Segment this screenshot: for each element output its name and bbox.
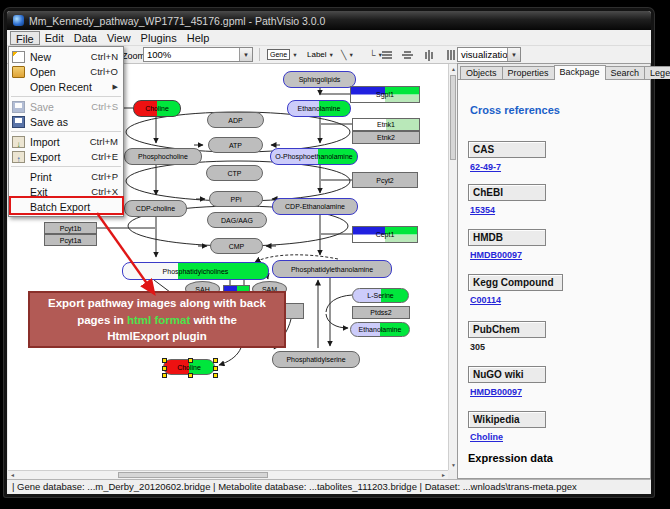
selection-handle[interactable] [213,366,218,371]
distribute-vertical-button[interactable] [379,48,395,62]
tab-objects[interactable]: Objects [460,66,503,79]
pathway-node-phosphatidylethanolamine[interactable]: Phosphatidylethanolamine [272,260,392,278]
pathway-node-atp[interactable]: ATP [208,137,263,153]
expression-data-heading: Expression data [468,452,553,464]
pathway-node-pcyt1b[interactable]: Pcyt1b [44,222,97,234]
node-label: Etnk1 [377,121,395,128]
node-label: Etnk2 [377,134,395,141]
menubar-item-view[interactable]: View [102,31,136,45]
pathway-node-adp[interactable]: ADP [207,112,264,128]
node-label: PPi [231,196,242,203]
label-tool-button[interactable]: Label ▼ [305,47,336,62]
scroll-up-icon[interactable]: ▲ [451,65,456,73]
menubar-item-file[interactable]: File [10,31,40,45]
menu-item-open-recent[interactable]: Open Recent▶ [9,79,123,94]
titlebar[interactable]: Mm_Kennedy_pathway_WP1771_45176.gpml - P… [7,11,651,30]
side-panel: ObjectsPropertiesBackpageSearchLegend Cr… [457,63,651,479]
selection-handle[interactable] [162,366,167,371]
menu-item-print[interactable]: PrintCtrl+P [9,169,123,184]
pathway-node-ethanolamine[interactable]: Ethanolamine [287,100,351,117]
chevron-down-icon[interactable]: ▼ [292,52,297,58]
crossref-value-wikipedia[interactable]: Choline [470,432,503,442]
zoom-dropdown-arrow-icon[interactable]: ▼ [239,48,252,61]
align-middle-button[interactable] [421,48,437,62]
pathway-node-sgpl1[interactable]: Sgpl1 [350,86,420,103]
pathway-node-ctp[interactable]: CTP [206,165,263,181]
tab-legend[interactable]: Legend [644,66,670,79]
selection-handle[interactable] [213,358,218,363]
pathway-node-pcyt1a[interactable]: Pcyt1a [44,234,97,246]
node-label: CMP [229,243,245,250]
align-center-button[interactable] [399,48,415,62]
save-icon [12,101,25,113]
menu-item-save-as[interactable]: Save as [9,114,123,129]
node-label: Sphingolipids [299,76,341,83]
pathway-node-choline[interactable]: Choline [163,359,215,375]
node-label: Phosphatidylserine [286,356,345,363]
canvas-vertical-scrollbar[interactable]: ▲ ▼ [448,64,457,470]
crossref-value-cas[interactable]: 62-49-7 [470,162,501,172]
selection-handle[interactable] [162,373,167,378]
menu-separator [11,131,121,132]
pathway-node-l-serine[interactable]: L-Serine [352,288,409,303]
crossref-value-hmdb[interactable]: HMDB00097 [470,250,522,260]
visualization-dropdown-arrow-icon[interactable]: ▼ [507,48,520,61]
menu-item-save[interactable]: SaveCtrl+S [9,99,123,114]
pathway-node-choline[interactable]: Choline [133,100,181,117]
menu-item-label: New [30,51,85,63]
tab-search[interactable]: Search [605,66,646,79]
menu-item-shortcut: Ctrl+M [90,136,118,147]
pathway-node-pcyt2[interactable]: Pcyt2 [352,172,418,188]
crossref-value-kegg-compound[interactable]: C00114 [470,295,501,305]
node-label: ATP [229,142,242,149]
pathway-node-cmp[interactable]: CMP [210,238,263,254]
pathway-node-ethanolamine[interactable]: Ethanolamine [350,322,410,337]
pathway-node-ppi[interactable]: PPi [209,191,263,207]
pathway-node-cdp-choline[interactable]: CDP-choline [124,200,187,217]
node-label: CDP-Ethanolamine [285,203,345,210]
crossref-value-nugo-wiki[interactable]: HMDB00097 [470,387,522,397]
vertical-scroll-thumb[interactable] [450,75,456,160]
pathway-node-cdp-ethanolamine[interactable]: CDP-Ethanolamine [272,198,358,215]
menubar-item-help[interactable]: Help [182,31,215,45]
scroll-right-icon[interactable]: ► [441,471,446,479]
pathway-node-phosphocholine[interactable]: Phosphocholine [124,148,202,165]
menubar-item-data[interactable]: Data [69,31,102,45]
tab-properties[interactable]: Properties [502,66,555,79]
pathway-node-dag-aag[interactable]: DAG/AAG [207,212,267,228]
line-tool-button[interactable]: ╲ ▼ [339,47,356,62]
menubar-item-edit[interactable]: Edit [40,31,69,45]
node-label: Pcyt2 [376,177,394,184]
node-label: L-Serine [367,292,393,299]
pathway-node-sphingolipids[interactable]: Sphingolipids [283,71,356,88]
zoom-combobox[interactable]: 100% ▼ [143,47,253,62]
selection-handle[interactable] [188,358,193,363]
selection-handle[interactable] [213,373,218,378]
pathway-node-etnk2[interactable]: Etnk2 [352,131,420,144]
crossref-value-chebi[interactable]: 15354 [470,205,495,215]
selection-handle[interactable] [162,358,167,363]
chevron-down-icon[interactable]: ▼ [348,52,353,58]
menu-item-export[interactable]: ExportCtrl+E [9,149,123,164]
menu-item-import[interactable]: ImportCtrl+M [9,134,123,149]
menubar-item-plugins[interactable]: Plugins [136,31,182,45]
pathway-node-phosphatidylserine[interactable]: Phosphatidylserine [272,351,360,368]
gene-tool-button[interactable]: Gene ▼ [265,47,300,62]
selection-handle[interactable] [188,373,193,378]
visualization-combobox[interactable]: visualization ▼ [457,47,521,62]
node-label: Pcyt1a [60,237,81,244]
menu-item-new[interactable]: NewCtrl+N [9,49,123,64]
horizontal-scroll-thumb[interactable] [118,472,268,478]
canvas-horizontal-scrollbar[interactable]: ◄ ► [8,470,448,479]
pathway-node-ptdss2[interactable]: Ptdss2 [352,306,410,319]
pathway-node-etnk1[interactable]: Etnk1 [352,118,420,131]
scroll-left-icon[interactable]: ◄ [10,471,15,479]
scroll-down-icon[interactable]: ▼ [451,461,456,469]
pathway-node-cept1[interactable]: Cept1 [352,226,418,243]
tab-backpage[interactable]: Backpage [554,65,606,80]
chevron-down-icon[interactable]: ▼ [329,52,334,58]
pathway-node-phosphatidylcholines[interactable]: Phosphatidylcholines [122,262,269,280]
pathway-node-o-phosphoethanolamine[interactable]: O-Phosphoethanolamine [270,148,358,165]
menu-item-open[interactable]: OpenCtrl+O [9,64,123,79]
node-label: Choline [145,105,169,112]
